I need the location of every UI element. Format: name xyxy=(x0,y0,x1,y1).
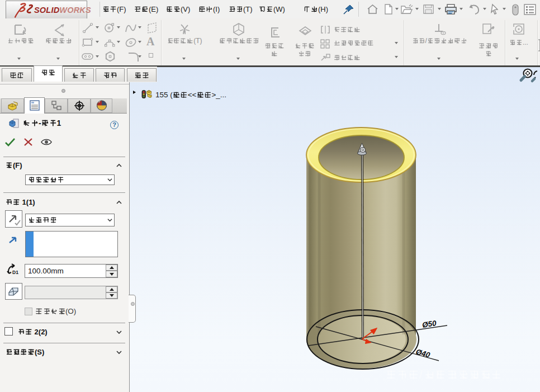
svg-text:Ø40: Ø40 xyxy=(415,347,431,359)
svg-text:Ø50: Ø50 xyxy=(421,319,437,329)
svg-text:D1: D1 xyxy=(12,270,18,275)
